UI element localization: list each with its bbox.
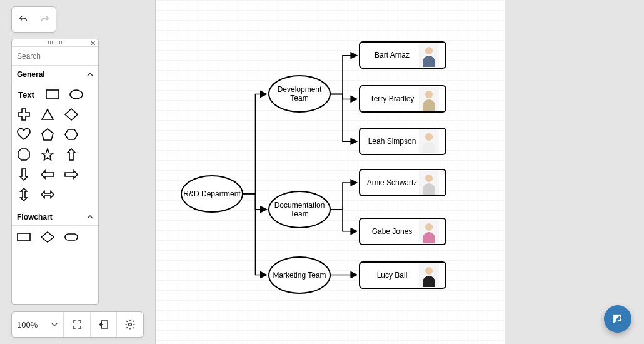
- chevron-down-icon: [51, 320, 58, 330]
- section-label: General: [17, 70, 45, 79]
- section-general-body: Text: [12, 83, 98, 208]
- shape-decision[interactable]: [39, 230, 56, 245]
- shape-heart[interactable]: [16, 127, 32, 142]
- node-person[interactable]: Terry Bradley: [359, 85, 446, 113]
- undo-button[interactable]: [17, 13, 29, 26]
- shape-octagon[interactable]: [16, 147, 32, 162]
- node-team[interactable]: Marketing Team: [268, 256, 331, 294]
- redo-button[interactable]: [39, 13, 51, 26]
- chevron-up-icon: [87, 214, 93, 220]
- person-name: Terry Bradley: [365, 94, 419, 103]
- export-button[interactable]: [90, 312, 117, 337]
- shape-text[interactable]: Text: [16, 87, 37, 102]
- avatar-icon: [419, 87, 439, 111]
- zoom-value: 100%: [17, 320, 38, 330]
- node-team[interactable]: Documentation Team: [268, 191, 331, 228]
- history-toolbar: [11, 6, 56, 33]
- avatar-icon: [419, 263, 439, 287]
- svg-rect-2: [46, 90, 59, 99]
- shapes-panel: ✕ General Text: [11, 39, 99, 305]
- person-name: Gabe Jones: [365, 227, 419, 236]
- avatar-icon: [419, 171, 439, 195]
- node-person[interactable]: Lucy Ball: [359, 261, 446, 289]
- person-name: Bart Arnaz: [365, 51, 419, 59]
- section-flowchart[interactable]: Flowchart: [12, 208, 98, 226]
- shape-arrow-left[interactable]: [39, 167, 56, 182]
- svg-point-11: [425, 91, 433, 98]
- node-root[interactable]: R&D Department: [181, 175, 243, 213]
- avatar-icon: [419, 129, 439, 153]
- shape-arrow-updown[interactable]: [16, 187, 32, 202]
- node-label: Documentation Team: [269, 201, 330, 219]
- settings-button[interactable]: [116, 312, 143, 337]
- svg-point-3: [70, 90, 83, 99]
- chevron-up-icon: [87, 71, 93, 78]
- node-label: Development Team: [269, 85, 330, 103]
- svg-rect-5: [65, 234, 78, 240]
- node-person[interactable]: Bart Arnaz: [359, 41, 446, 69]
- section-general[interactable]: General: [12, 66, 98, 83]
- shape-cross[interactable]: [16, 107, 32, 122]
- shape-pentagon[interactable]: [39, 127, 56, 142]
- panel-drag-handle[interactable]: ✕: [12, 39, 98, 47]
- svg-point-9: [425, 47, 433, 54]
- node-person[interactable]: Arnie Schwartz: [359, 169, 446, 196]
- person-name: Leah Simpson: [365, 137, 419, 146]
- person-name: Arnie Schwartz: [365, 178, 419, 187]
- shape-process[interactable]: [16, 230, 32, 245]
- shape-rectangle[interactable]: [44, 87, 61, 102]
- shape-triangle[interactable]: [39, 107, 56, 122]
- person-name: Lucy Ball: [365, 271, 419, 280]
- node-person[interactable]: Gabe Jones: [359, 218, 446, 245]
- shape-ellipse[interactable]: [68, 87, 84, 102]
- node-person[interactable]: Leah Simpson: [359, 128, 446, 155]
- avatar-icon: [419, 43, 439, 67]
- shape-arrow-up[interactable]: [63, 147, 79, 162]
- shape-terminator[interactable]: [63, 230, 79, 245]
- node-team[interactable]: Development Team: [268, 75, 331, 113]
- shape-hexagon[interactable]: [63, 127, 79, 142]
- shape-star[interactable]: [39, 147, 56, 162]
- shape-arrow-right[interactable]: [63, 167, 79, 182]
- feedback-fab[interactable]: [604, 305, 631, 333]
- svg-point-7: [129, 323, 132, 326]
- close-icon[interactable]: ✕: [90, 39, 96, 47]
- shape-search: [12, 47, 98, 66]
- shape-arrow-down[interactable]: [16, 167, 32, 182]
- section-label: Flowchart: [17, 213, 53, 221]
- view-toolbar: 100%: [11, 311, 144, 338]
- section-flowchart-body: [12, 226, 98, 251]
- connector-layer: [156, 0, 505, 344]
- search-input[interactable]: [12, 52, 99, 61]
- shape-diamond[interactable]: [63, 107, 79, 122]
- svg-point-13: [425, 133, 433, 141]
- avatar-icon: [419, 220, 439, 243]
- svg-point-15: [425, 175, 433, 182]
- node-label: Marketing Team: [273, 271, 326, 280]
- shape-arrow-leftright[interactable]: [39, 187, 56, 202]
- svg-point-19: [425, 267, 433, 275]
- zoom-dropdown[interactable]: 100%: [12, 312, 63, 337]
- node-label: R&D Department: [183, 190, 240, 198]
- svg-rect-4: [18, 233, 30, 241]
- svg-point-17: [425, 223, 433, 231]
- fullscreen-button[interactable]: [63, 312, 90, 337]
- diagram-canvas[interactable]: R&D Department Development Team Document…: [155, 0, 505, 344]
